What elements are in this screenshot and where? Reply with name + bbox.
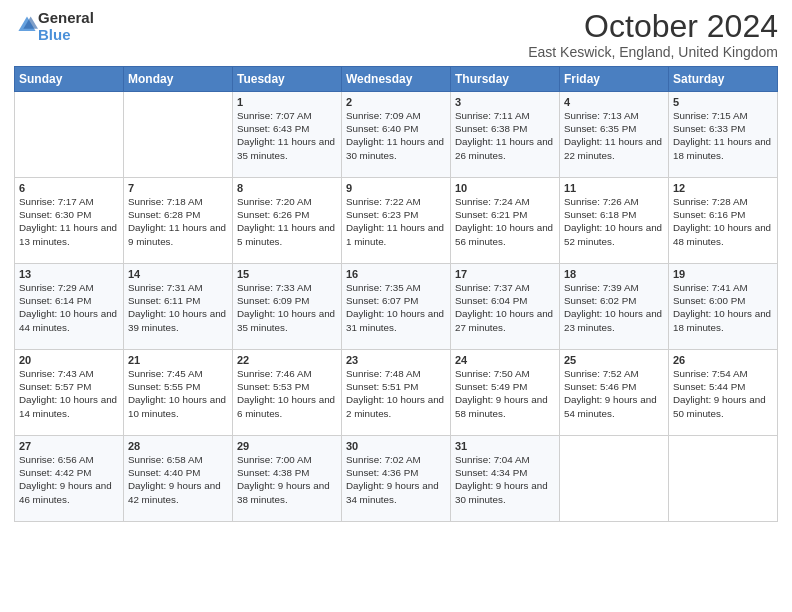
calendar-cell: 31Sunrise: 7:04 AM Sunset: 4:34 PM Dayli… (451, 436, 560, 522)
calendar-cell: 2Sunrise: 7:09 AM Sunset: 6:40 PM Daylig… (342, 92, 451, 178)
calendar-cell: 16Sunrise: 7:35 AM Sunset: 6:07 PM Dayli… (342, 264, 451, 350)
calendar-week-4: 20Sunrise: 7:43 AM Sunset: 5:57 PM Dayli… (15, 350, 778, 436)
logo-text: General Blue (38, 10, 94, 43)
calendar-cell: 4Sunrise: 7:13 AM Sunset: 6:35 PM Daylig… (560, 92, 669, 178)
calendar-cell: 18Sunrise: 7:39 AM Sunset: 6:02 PM Dayli… (560, 264, 669, 350)
day-info: Sunrise: 6:56 AM Sunset: 4:42 PM Dayligh… (19, 453, 119, 506)
calendar-cell: 10Sunrise: 7:24 AM Sunset: 6:21 PM Dayli… (451, 178, 560, 264)
calendar-cell: 15Sunrise: 7:33 AM Sunset: 6:09 PM Dayli… (233, 264, 342, 350)
day-number: 12 (673, 182, 773, 194)
day-number: 14 (128, 268, 228, 280)
calendar-cell (560, 436, 669, 522)
day-number: 10 (455, 182, 555, 194)
calendar-cell: 7Sunrise: 7:18 AM Sunset: 6:28 PM Daylig… (124, 178, 233, 264)
calendar-cell: 25Sunrise: 7:52 AM Sunset: 5:46 PM Dayli… (560, 350, 669, 436)
weekday-header-friday: Friday (560, 67, 669, 92)
calendar-table: SundayMondayTuesdayWednesdayThursdayFrid… (14, 66, 778, 522)
day-info: Sunrise: 7:26 AM Sunset: 6:18 PM Dayligh… (564, 195, 664, 248)
day-number: 4 (564, 96, 664, 108)
day-number: 2 (346, 96, 446, 108)
calendar-cell: 11Sunrise: 7:26 AM Sunset: 6:18 PM Dayli… (560, 178, 669, 264)
day-number: 21 (128, 354, 228, 366)
day-number: 27 (19, 440, 119, 452)
calendar-cell: 12Sunrise: 7:28 AM Sunset: 6:16 PM Dayli… (669, 178, 778, 264)
calendar-cell (124, 92, 233, 178)
day-number: 25 (564, 354, 664, 366)
day-number: 7 (128, 182, 228, 194)
calendar-cell: 23Sunrise: 7:48 AM Sunset: 5:51 PM Dayli… (342, 350, 451, 436)
day-info: Sunrise: 7:37 AM Sunset: 6:04 PM Dayligh… (455, 281, 555, 334)
day-info: Sunrise: 7:20 AM Sunset: 6:26 PM Dayligh… (237, 195, 337, 248)
calendar-cell (669, 436, 778, 522)
weekday-header-wednesday: Wednesday (342, 67, 451, 92)
calendar-week-3: 13Sunrise: 7:29 AM Sunset: 6:14 PM Dayli… (15, 264, 778, 350)
day-number: 3 (455, 96, 555, 108)
day-info: Sunrise: 7:02 AM Sunset: 4:36 PM Dayligh… (346, 453, 446, 506)
calendar-cell: 13Sunrise: 7:29 AM Sunset: 6:14 PM Dayli… (15, 264, 124, 350)
day-info: Sunrise: 7:28 AM Sunset: 6:16 PM Dayligh… (673, 195, 773, 248)
day-info: Sunrise: 7:33 AM Sunset: 6:09 PM Dayligh… (237, 281, 337, 334)
calendar-cell: 8Sunrise: 7:20 AM Sunset: 6:26 PM Daylig… (233, 178, 342, 264)
day-info: Sunrise: 7:46 AM Sunset: 5:53 PM Dayligh… (237, 367, 337, 420)
weekday-header-monday: Monday (124, 67, 233, 92)
day-info: Sunrise: 7:43 AM Sunset: 5:57 PM Dayligh… (19, 367, 119, 420)
weekday-header-thursday: Thursday (451, 67, 560, 92)
calendar-cell: 3Sunrise: 7:11 AM Sunset: 6:38 PM Daylig… (451, 92, 560, 178)
weekday-header-saturday: Saturday (669, 67, 778, 92)
day-info: Sunrise: 7:35 AM Sunset: 6:07 PM Dayligh… (346, 281, 446, 334)
weekday-header-sunday: Sunday (15, 67, 124, 92)
day-number: 5 (673, 96, 773, 108)
calendar-cell: 6Sunrise: 7:17 AM Sunset: 6:30 PM Daylig… (15, 178, 124, 264)
calendar-cell: 9Sunrise: 7:22 AM Sunset: 6:23 PM Daylig… (342, 178, 451, 264)
day-number: 29 (237, 440, 337, 452)
calendar-cell: 20Sunrise: 7:43 AM Sunset: 5:57 PM Dayli… (15, 350, 124, 436)
day-info: Sunrise: 7:45 AM Sunset: 5:55 PM Dayligh… (128, 367, 228, 420)
calendar-week-2: 6Sunrise: 7:17 AM Sunset: 6:30 PM Daylig… (15, 178, 778, 264)
day-info: Sunrise: 7:15 AM Sunset: 6:33 PM Dayligh… (673, 109, 773, 162)
calendar-header-row: SundayMondayTuesdayWednesdayThursdayFrid… (15, 67, 778, 92)
day-number: 18 (564, 268, 664, 280)
day-number: 31 (455, 440, 555, 452)
day-info: Sunrise: 7:24 AM Sunset: 6:21 PM Dayligh… (455, 195, 555, 248)
calendar-cell: 19Sunrise: 7:41 AM Sunset: 6:00 PM Dayli… (669, 264, 778, 350)
day-number: 9 (346, 182, 446, 194)
day-number: 26 (673, 354, 773, 366)
day-number: 1 (237, 96, 337, 108)
calendar-cell: 5Sunrise: 7:15 AM Sunset: 6:33 PM Daylig… (669, 92, 778, 178)
day-number: 13 (19, 268, 119, 280)
day-info: Sunrise: 7:04 AM Sunset: 4:34 PM Dayligh… (455, 453, 555, 506)
day-number: 24 (455, 354, 555, 366)
location: East Keswick, England, United Kingdom (528, 44, 778, 60)
day-number: 16 (346, 268, 446, 280)
day-number: 20 (19, 354, 119, 366)
calendar-cell: 14Sunrise: 7:31 AM Sunset: 6:11 PM Dayli… (124, 264, 233, 350)
calendar-cell: 21Sunrise: 7:45 AM Sunset: 5:55 PM Dayli… (124, 350, 233, 436)
calendar-cell: 29Sunrise: 7:00 AM Sunset: 4:38 PM Dayli… (233, 436, 342, 522)
day-info: Sunrise: 7:11 AM Sunset: 6:38 PM Dayligh… (455, 109, 555, 162)
calendar-cell: 27Sunrise: 6:56 AM Sunset: 4:42 PM Dayli… (15, 436, 124, 522)
day-info: Sunrise: 7:07 AM Sunset: 6:43 PM Dayligh… (237, 109, 337, 162)
day-info: Sunrise: 7:18 AM Sunset: 6:28 PM Dayligh… (128, 195, 228, 248)
page: General Blue October 2024 East Keswick, … (0, 0, 792, 532)
calendar-week-1: 1Sunrise: 7:07 AM Sunset: 6:43 PM Daylig… (15, 92, 778, 178)
day-info: Sunrise: 7:41 AM Sunset: 6:00 PM Dayligh… (673, 281, 773, 334)
calendar-cell: 24Sunrise: 7:50 AM Sunset: 5:49 PM Dayli… (451, 350, 560, 436)
day-number: 30 (346, 440, 446, 452)
calendar-body: 1Sunrise: 7:07 AM Sunset: 6:43 PM Daylig… (15, 92, 778, 522)
title-block: October 2024 East Keswick, England, Unit… (528, 10, 778, 60)
day-info: Sunrise: 7:17 AM Sunset: 6:30 PM Dayligh… (19, 195, 119, 248)
header: General Blue October 2024 East Keswick, … (14, 10, 778, 60)
day-info: Sunrise: 7:00 AM Sunset: 4:38 PM Dayligh… (237, 453, 337, 506)
day-info: Sunrise: 7:31 AM Sunset: 6:11 PM Dayligh… (128, 281, 228, 334)
day-info: Sunrise: 7:54 AM Sunset: 5:44 PM Dayligh… (673, 367, 773, 420)
day-number: 15 (237, 268, 337, 280)
day-info: Sunrise: 7:09 AM Sunset: 6:40 PM Dayligh… (346, 109, 446, 162)
day-number: 19 (673, 268, 773, 280)
calendar-cell: 1Sunrise: 7:07 AM Sunset: 6:43 PM Daylig… (233, 92, 342, 178)
day-number: 6 (19, 182, 119, 194)
weekday-header-tuesday: Tuesday (233, 67, 342, 92)
day-info: Sunrise: 7:13 AM Sunset: 6:35 PM Dayligh… (564, 109, 664, 162)
calendar-cell: 30Sunrise: 7:02 AM Sunset: 4:36 PM Dayli… (342, 436, 451, 522)
calendar-cell (15, 92, 124, 178)
month-title: October 2024 (528, 10, 778, 42)
